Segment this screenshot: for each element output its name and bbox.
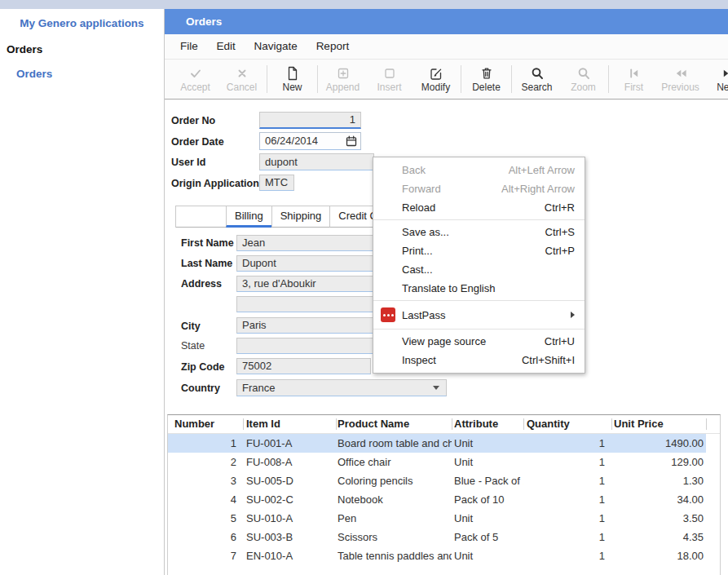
sidebar-item-orders[interactable]: Orders [16, 68, 52, 80]
previous-button[interactable]: Previous [657, 66, 704, 93]
append-button[interactable]: Append [320, 66, 366, 93]
cell-number: 7 [168, 546, 243, 565]
modify-button[interactable]: Modify [413, 66, 459, 93]
toolbar-button-label: Delete [463, 82, 510, 93]
menu-item-label: Translate to English [402, 282, 575, 294]
menu-report[interactable]: Report [316, 34, 350, 59]
context-menu-item-reload[interactable]: Reload Ctrl+R [373, 198, 585, 217]
cell-number: 5 [168, 509, 243, 528]
context-menu-item-lastpass[interactable]: LastPass [373, 303, 585, 326]
menu-item-shortcut: Ctrl+U [545, 335, 575, 347]
menu-file[interactable]: File [180, 34, 198, 59]
column-header-product-name[interactable]: Product Name [336, 415, 452, 433]
cell-quantity: 1 [523, 509, 611, 528]
order-no-label: Order No [171, 115, 215, 126]
user-id-field[interactable]: dupont [259, 153, 374, 170]
menu-separator [373, 329, 585, 330]
cell-attribute: Unit [452, 509, 523, 528]
cancel-button[interactable]: Cancel [218, 66, 265, 93]
origin-application-field[interactable]: MTC [259, 175, 294, 191]
cell-item-id: FU-008-A [243, 453, 336, 471]
context-menu-item-translate[interactable]: Translate to English [373, 279, 585, 298]
cell-item-id: SU-005-D [243, 471, 336, 490]
address-label: Address [181, 278, 222, 290]
menu-item-label: Forward [402, 183, 501, 195]
table-row[interactable]: 2 FU-008-A Office chair Unit 1 129.00 [168, 453, 720, 471]
context-menu-item-view-source[interactable]: View page source Ctrl+U [373, 332, 585, 351]
menu-edit[interactable]: Edit [217, 34, 236, 59]
menu-item-shortcut: Ctrl+P [545, 245, 575, 257]
sidebar-title: My Genero applications [0, 17, 164, 29]
cell-quantity: 1 [523, 528, 611, 546]
menu-navigate[interactable]: Navigate [254, 34, 298, 59]
x-icon [218, 66, 265, 82]
context-menu-item-print[interactable]: Print... Ctrl+P [373, 241, 585, 260]
zip-code-field[interactable]: 75002 [236, 358, 371, 374]
context-menu-item-back[interactable]: Back Alt+Left Arrow [373, 161, 585, 179]
context-menu-item-cast[interactable]: Cast... [373, 260, 585, 279]
chevron-down-icon [433, 386, 439, 390]
cell-product-name: Scissors [336, 528, 452, 546]
search-button[interactable]: Search [514, 66, 560, 93]
column-header-number[interactable]: Number [168, 415, 243, 433]
order-date-field[interactable]: 06/24/2014 [259, 132, 361, 150]
cell-unit-price: 1.30 [611, 471, 706, 490]
delete-button[interactable]: Delete [463, 66, 510, 93]
zoom-button[interactable]: Zoom [560, 66, 607, 93]
toolbar-button-label: Accept [172, 82, 218, 93]
context-menu-item-save-as[interactable]: Save as... Ctrl+S [373, 223, 585, 241]
country-combobox[interactable]: France [236, 379, 447, 396]
column-header-attribute[interactable]: Attribute [452, 415, 523, 433]
insert-button[interactable]: Insert [366, 66, 413, 93]
next-button[interactable]: Next [704, 66, 728, 93]
cell-number: 1 [168, 434, 243, 453]
toolbar-separator [608, 65, 609, 93]
column-header-item-id[interactable]: Item Id [243, 415, 336, 433]
cell-attribute: Pack of 10 [452, 490, 523, 509]
table-row[interactable]: 1 FU-001-A Board room table and ch Unit … [168, 434, 720, 453]
cell-unit-price: 18.00 [611, 546, 706, 565]
cell-number: 4 [168, 490, 243, 509]
cell-item-id: FU-001-A [243, 434, 336, 453]
table-row[interactable]: 6 SU-003-B Scissors Pack of 5 1 4.35 [168, 528, 720, 546]
cell-unit-price: 1490.00 [611, 434, 706, 453]
city-label: City [181, 321, 201, 332]
trash-icon [463, 66, 510, 82]
column-header-quantity[interactable]: Quantity [523, 415, 611, 433]
toolbar-button-label: Previous [657, 82, 704, 93]
order-date-value: 06/24/2014 [265, 133, 346, 149]
cell-filler [706, 434, 720, 453]
cell-quantity: 1 [523, 471, 611, 490]
toolbar-button-label: Append [320, 82, 366, 93]
menu-separator [373, 219, 585, 220]
order-no-field[interactable]: 1 [259, 112, 361, 129]
tab-strip-lead [176, 206, 226, 228]
first-button[interactable]: First [611, 66, 657, 93]
cell-number: 3 [168, 471, 243, 490]
column-header-unit-price[interactable]: Unit Price [611, 415, 706, 433]
menu-item-label: LastPass [402, 309, 564, 321]
cell-item-id: SU-002-C [243, 490, 336, 509]
last-name-label: Last Name [181, 258, 232, 269]
new-button[interactable]: New [269, 66, 315, 93]
accept-button[interactable]: Accept [172, 66, 218, 93]
table-row[interactable]: 5 SU-010-A Pen Unit 1 3.50 [168, 509, 720, 528]
toolbar-button-label: Modify [413, 82, 459, 93]
calendar-icon[interactable] [346, 135, 357, 147]
table-row[interactable]: 3 SU-005-D Coloring pencils Blue - Pack … [168, 471, 720, 490]
context-menu-item-forward[interactable]: Forward Alt+Right Arrow [373, 179, 585, 198]
table-row[interactable]: 4 SU-002-C Notebook Pack of 10 1 34.00 [168, 490, 720, 509]
menu-item-label: Save as... [402, 226, 545, 238]
top-strip [0, 0, 728, 9]
zip-code-label: Zip Code [181, 361, 224, 373]
table-row[interactable]: 7 EN-010-A Table tennis paddles and Unit… [168, 546, 720, 565]
context-menu-item-inspect[interactable]: Inspect Ctrl+Shift+I [373, 351, 585, 369]
cell-attribute: Unit [452, 546, 523, 565]
cell-item-id: SU-003-B [243, 528, 336, 546]
tab-billing[interactable]: Billing [226, 206, 271, 228]
magnifier-icon [514, 66, 560, 82]
cell-filler [706, 453, 720, 471]
toolbar-button-label: Cancel [218, 82, 265, 93]
tab-shipping[interactable]: Shipping [271, 206, 330, 228]
menu-item-label: Inspect [402, 354, 522, 366]
